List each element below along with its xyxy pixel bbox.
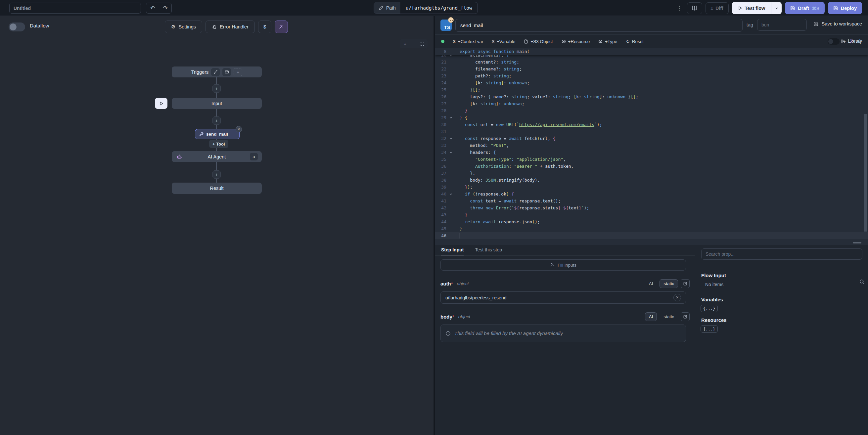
resources-object-chip[interactable]: {...} [701,325,718,333]
remove-tool-button[interactable]: ✕ [236,126,242,132]
docs-button[interactable] [687,2,702,14]
test-flow-dropdown[interactable] [771,2,782,14]
tab-step-input[interactable]: Step Input [441,245,464,255]
code-line[interactable]: 24 [k: string]: unknown; [435,80,868,86]
code-line[interactable]: 30 const url = new URL(`https://api.rese… [435,121,868,128]
code-line[interactable]: 46 [435,232,868,239]
code-line[interactable]: 45} [435,225,868,232]
fit-view-icon[interactable] [418,40,426,47]
dollar-button[interactable]: $ [258,21,271,33]
code-line[interactable]: 43 } [435,211,868,218]
error-handler-button[interactable]: Error Handler [206,21,255,33]
code-line[interactable]: 31 [435,128,868,135]
zoom-out-icon[interactable]: − [410,40,417,47]
code-line[interactable]: 21 content?: string; [435,59,868,65]
insert-step-button[interactable]: + [212,117,221,125]
code-line[interactable]: 39 }); [435,184,868,190]
code-line[interactable]: 33 method: "POST", [435,142,868,149]
code-line[interactable]: 20 attachments?: { [435,55,868,59]
search-icon[interactable] [859,279,865,284]
code-line[interactable]: 28 } [435,107,868,114]
add-context-var-button[interactable]: $ +Context var [453,39,483,44]
node-triggers[interactable]: Triggers + [172,66,262,77]
flow-name-input[interactable] [9,3,141,13]
code-line[interactable]: 34 headers: { [435,149,868,156]
code-line[interactable]: 35 "Content-Type": "application/json", [435,156,868,163]
mail-trigger-icon[interactable] [222,68,231,76]
add-tool-button[interactable]: + Tool [209,140,228,148]
file-icon [524,39,528,44]
fold-chevron-icon[interactable] [446,55,455,59]
expression-editor-button[interactable] [681,279,690,288]
body-mode-ai[interactable]: AI [645,312,657,321]
code-line[interactable]: 40 if (!response.ok) { [435,190,868,197]
fold-chevron-icon[interactable] [446,114,455,121]
add-s3-object-button[interactable]: +S3 Object [524,39,553,44]
auth-mode-static[interactable]: static [659,279,678,288]
code-line[interactable]: 27 [k: string]: unknown; [435,100,868,107]
add-trigger-button[interactable]: + [234,68,242,76]
settings-button[interactable]: ⚙ Settings [165,21,202,33]
insert-step-button[interactable]: + [212,170,221,179]
code-line[interactable]: 37 }, [435,170,868,177]
editor-vertical-scrollbar[interactable] [864,114,867,231]
node-ai-agent[interactable]: AI Agent a [172,151,262,162]
flow-canvas[interactable]: Dataflow ⚙ Settings Error Handler $ [0,16,434,435]
fold-chevron-icon[interactable] [446,149,455,156]
code-line[interactable]: 29) { [435,114,868,121]
package-icon [562,39,566,44]
draft-button[interactable]: Draft ⌘S [785,2,824,14]
code-line[interactable]: 38 body: JSON.stringify(body), [435,177,868,184]
diff-button[interactable]: ± Diff [706,2,729,14]
step-name-input[interactable] [455,19,743,32]
fold-chevron-icon[interactable] [446,190,455,197]
fill-inputs-button[interactable]: Fill inputs [440,259,686,271]
run-from-input-button[interactable] [155,98,167,109]
save-to-workspace-button[interactable]: Save to workspace [813,21,862,27]
insert-step-button[interactable]: + [212,84,221,93]
editor-horizontal-scrollbar[interactable] [853,242,861,244]
variables-object-chip[interactable]: {...} [701,305,718,312]
auth-mode-ai[interactable]: AI [645,279,657,288]
add-variable-button[interactable]: $ +Variable [492,39,515,44]
path-chip[interactable]: Path u/farhadglbs/grand_flow [374,2,478,14]
code-line[interactable]: 23 path?: string; [435,72,868,80]
tab-test-this-step[interactable]: Test this step [475,245,502,255]
code-line[interactable]: 22 filename?: string; [435,65,868,72]
ai-wand-button[interactable] [275,21,288,33]
node-result[interactable]: Result [172,183,262,194]
code-line[interactable]: 42 throw new Error(`${response.status} $… [435,205,868,211]
code-editor[interactable]: 8export async function main( 20 attachme… [435,48,868,245]
code-text: ) { [455,114,467,121]
code-line[interactable]: 41 const text = await response.text(); [435,197,868,205]
code-line[interactable]: 26 tags?: { name?: string; value?: strin… [435,93,868,100]
test-flow-button[interactable]: Test flow [732,2,771,14]
node-send-mail-tool[interactable]: send_mail [195,129,240,139]
tag-input[interactable] [757,19,807,31]
fold-gutter [446,205,455,211]
zoom-in-icon[interactable]: + [401,40,409,47]
code-line[interactable]: 36 Authorization: "Bearer " + auth.token… [435,163,868,170]
auth-value-input[interactable]: u/farhadglbs/peerless_resend ✕ [440,291,686,304]
library-button[interactable]: Library [840,38,862,44]
fold-chevron-icon[interactable] [446,135,455,142]
expression-editor-button[interactable] [681,312,690,321]
routes-icon[interactable] [211,68,220,76]
code-line[interactable]: 32 const response = await fetch(url, { [435,135,868,142]
body-mode-static[interactable]: static [659,312,678,321]
reset-button[interactable]: ↻ Reset [626,39,644,44]
clear-icon[interactable]: ✕ [674,294,681,301]
node-input[interactable]: Input [172,98,262,109]
code-text: [k: string]: unknown; [455,80,529,86]
dataflow-toggle[interactable] [9,23,25,31]
code-line[interactable]: 44 return await response.json(); [435,218,868,225]
undo-button[interactable]: ↶ [146,3,159,13]
more-menu-icon[interactable]: ⋮ [675,5,684,11]
search-prop-input[interactable] [701,248,862,260]
add-type-button[interactable]: +Type [598,39,617,44]
add-resource-button[interactable]: +Resource [562,39,590,44]
redo-button[interactable]: ↷ [159,3,172,13]
code-line[interactable]: 25 }[]; [435,86,868,93]
deploy-button[interactable]: Deploy [828,2,862,14]
editor-toggle[interactable] [828,38,840,45]
